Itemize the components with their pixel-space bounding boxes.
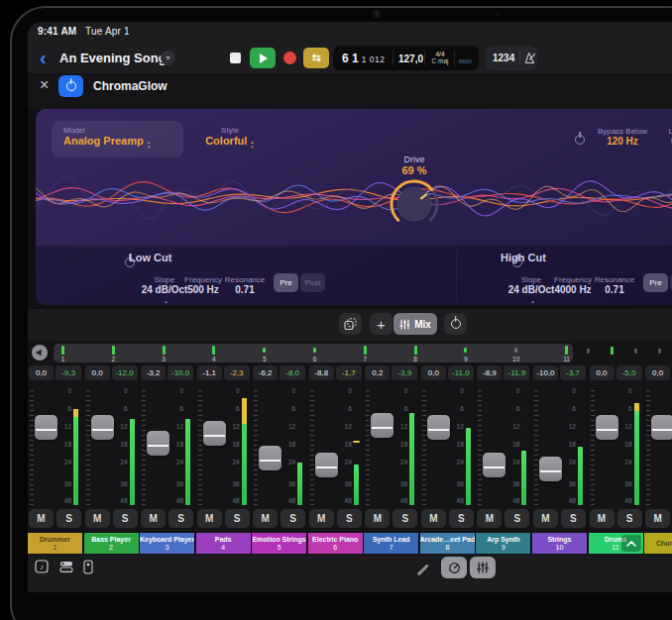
- track-name-tab[interactable]: Drummer1: [28, 533, 82, 554]
- duplicate-button[interactable]: [339, 313, 362, 335]
- model-selector[interactable]: Model Analog Preamp: [52, 121, 183, 157]
- mute-button[interactable]: M: [29, 509, 54, 528]
- track-name-tab[interactable]: Arcade…eet Pad8: [420, 533, 475, 554]
- style-selector[interactable]: Style Colorful: [190, 126, 270, 150]
- mix-button[interactable]: Mix: [393, 313, 437, 335]
- fader-handle[interactable]: [91, 415, 114, 440]
- overview-channel-number: 10: [512, 356, 519, 362]
- fader-handle[interactable]: [427, 415, 450, 440]
- fader-handle[interactable]: [315, 453, 338, 477]
- lcd-display[interactable]: 6 1 1 012 127,0 4/4 C maj MIDI: [333, 46, 479, 70]
- fader-strip-button[interactable]: [83, 560, 93, 578]
- mute-button[interactable]: M: [253, 509, 278, 528]
- track-name-tab[interactable]: Synth Lead7: [364, 533, 418, 554]
- volume-value[interactable]: 0,0: [29, 365, 54, 380]
- mixer-view-button[interactable]: [470, 557, 496, 578]
- chevron-up-icon[interactable]: [621, 535, 641, 552]
- track-name-tab[interactable]: Electric Piano6: [308, 533, 363, 554]
- pre-button[interactable]: Pre: [643, 273, 668, 292]
- volume-value[interactable]: 0,2: [365, 365, 390, 380]
- fader-handle[interactable]: [203, 421, 226, 446]
- browser-button[interactable]: ♪: [35, 560, 49, 577]
- stepper-icon: [250, 141, 254, 150]
- plugin-power-button[interactable]: [58, 75, 83, 97]
- mute-button[interactable]: M: [309, 509, 334, 528]
- track-name-tab[interactable]: Keyboard Player3: [140, 533, 194, 554]
- volume-value[interactable]: 0,0: [421, 365, 446, 380]
- solo-button[interactable]: S: [392, 509, 417, 528]
- volume-value[interactable]: -3,2: [141, 365, 166, 380]
- volume-value[interactable]: -10,0: [533, 365, 558, 380]
- solo-button[interactable]: S: [449, 509, 474, 528]
- solo-button[interactable]: S: [113, 509, 138, 528]
- volume-value[interactable]: -8,9: [477, 365, 502, 380]
- solo-button[interactable]: S: [280, 509, 305, 528]
- pan-tick: [658, 349, 661, 354]
- track-name-tab[interactable]: Drums11: [589, 533, 643, 554]
- volume-value[interactable]: 0,0: [645, 365, 670, 380]
- mute-button[interactable]: M: [477, 509, 502, 528]
- bypass-power-icon[interactable]: [575, 135, 585, 145]
- fader-handle[interactable]: [147, 431, 169, 456]
- high-cut-frequency[interactable]: Frequency 4000 Hz: [549, 275, 597, 295]
- play-button[interactable]: [250, 48, 276, 68]
- back-chevron-icon[interactable]: ‹: [40, 48, 47, 67]
- drive-knob[interactable]: [387, 176, 442, 232]
- add-plugin-button[interactable]: [370, 313, 392, 335]
- fader-handle[interactable]: [259, 446, 281, 470]
- stop-button[interactable]: [230, 52, 241, 63]
- level-meter: [521, 451, 526, 505]
- pencil-icon[interactable]: [416, 562, 429, 579]
- track-name-tab[interactable]: Bass Player2: [84, 533, 139, 554]
- mute-button[interactable]: M: [645, 509, 670, 528]
- song-menu-chevron-icon[interactable]: [161, 51, 175, 65]
- count-in-button[interactable]: 1234: [493, 52, 514, 63]
- close-icon[interactable]: ×: [40, 77, 49, 93]
- mute-button[interactable]: M: [590, 509, 615, 528]
- volume-value[interactable]: 0,0: [590, 365, 615, 380]
- pre-button[interactable]: Pre: [274, 273, 298, 292]
- volume-value[interactable]: -8,8: [309, 365, 334, 380]
- post-button[interactable]: Post: [300, 273, 325, 292]
- track-name-tab[interactable]: Arp Synth9: [476, 533, 530, 554]
- solo-button[interactable]: S: [225, 509, 250, 528]
- fader-handle[interactable]: [371, 413, 393, 438]
- track-name-tab[interactable]: Strings10: [532, 533, 587, 554]
- fader-handle[interactable]: [483, 453, 505, 477]
- metronome-icon[interactable]: [524, 52, 537, 64]
- solo-button[interactable]: S: [504, 509, 529, 528]
- solo-button[interactable]: S: [561, 509, 586, 528]
- volume-value[interactable]: -6,2: [253, 365, 278, 380]
- mute-button[interactable]: M: [85, 509, 110, 528]
- volume-value[interactable]: 0,0: [85, 365, 110, 380]
- mixer-power-button[interactable]: [444, 313, 467, 335]
- plugins-button[interactable]: [59, 560, 73, 577]
- cycle-button[interactable]: [303, 48, 329, 68]
- fader-handle[interactable]: [651, 415, 672, 440]
- high-cut-slope[interactable]: Slope 24 dB/Oct: [507, 275, 555, 305]
- mute-button[interactable]: M: [197, 509, 222, 528]
- solo-button[interactable]: S: [617, 509, 642, 528]
- fader-handle[interactable]: [539, 457, 562, 481]
- mute-button[interactable]: M: [141, 509, 166, 528]
- track-name-tab[interactable]: Emotion Strings5: [252, 533, 306, 554]
- volume-value[interactable]: -1,1: [197, 365, 222, 380]
- fader-handle[interactable]: [35, 415, 57, 440]
- low-cut-resonance[interactable]: Resonance 0.71: [222, 275, 268, 295]
- record-button[interactable]: [283, 52, 296, 64]
- bypass-below-control[interactable]: Bypass Below 120 Hz: [592, 127, 653, 147]
- level-control[interactable]: Level 0.0: [658, 127, 672, 147]
- low-cut-frequency[interactable]: Frequency 500 Hz: [179, 275, 227, 295]
- track-name-tab[interactable]: Chorus V: [644, 533, 672, 554]
- controls-view-button[interactable]: [441, 557, 467, 578]
- solo-button[interactable]: S: [168, 509, 193, 528]
- track-name-tab[interactable]: Pads4: [196, 533, 251, 554]
- mute-button[interactable]: M: [533, 509, 558, 528]
- mute-button[interactable]: M: [421, 509, 446, 528]
- song-title[interactable]: An Evening Song: [59, 51, 167, 65]
- high-cut-resonance[interactable]: Resonance 0.71: [592, 275, 637, 295]
- fader-handle[interactable]: [596, 415, 618, 440]
- solo-button[interactable]: S: [337, 509, 362, 528]
- solo-button[interactable]: S: [56, 509, 81, 528]
- mute-button[interactable]: M: [365, 509, 390, 528]
